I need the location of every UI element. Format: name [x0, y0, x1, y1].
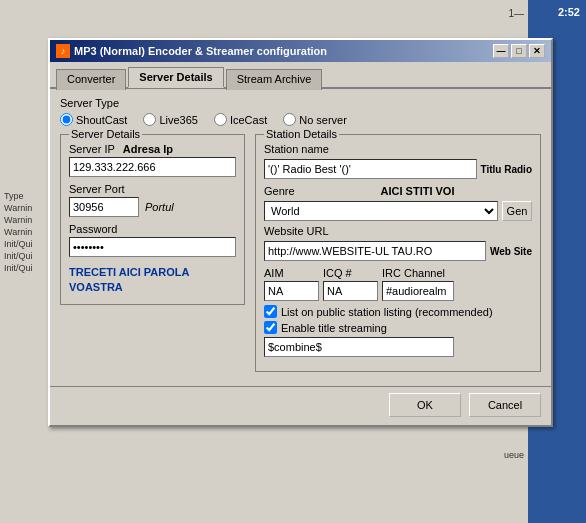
- type-label: Type: [2, 190, 35, 202]
- password-hint-line1: TRECETI AICI PAROLA: [69, 265, 236, 280]
- aim-input[interactable]: [264, 281, 319, 301]
- radio-no-server-label: No server: [299, 114, 347, 126]
- station-name-field: Station name Titlu Radio: [264, 143, 532, 179]
- password-hint-line2: VOASTRA: [69, 280, 236, 295]
- far-left-panel: Type Warnin Warnin Warnin Init/Qui Init/…: [2, 190, 35, 274]
- url-row: Web Site: [264, 241, 532, 261]
- titlu-radio-label: Titlu Radio: [481, 164, 532, 175]
- two-col-layout: Server Details Server IP Adresa Ip Serve…: [60, 134, 541, 378]
- password-label: Password: [69, 223, 236, 235]
- title-bar-buttons: — □ ✕: [493, 44, 545, 58]
- warning-label-2: Warnin: [2, 214, 35, 226]
- checkbox-public-listing: List on public station listing (recommen…: [264, 305, 532, 318]
- server-type-radio-group: ShoutCast Live365 IceCast No server: [60, 113, 541, 126]
- tab-stream-archive-label: Stream Archive: [237, 73, 312, 85]
- server-ip-label: Server IP: [69, 143, 115, 155]
- app-icon: ♪: [56, 44, 70, 58]
- checkbox-title-streaming-label: Enable title streaming: [281, 322, 387, 334]
- init-label-3: Init/Qui: [2, 262, 35, 274]
- server-ip-label-row: Server IP Adresa Ip: [69, 143, 236, 155]
- server-details-col: Server Details Server IP Adresa Ip Serve…: [60, 134, 245, 378]
- icq-col: ICQ #: [323, 267, 378, 301]
- server-port-input[interactable]: [69, 197, 139, 217]
- tab-server-details[interactable]: Server Details: [128, 67, 223, 88]
- website-url-field: Website URL Web Site: [264, 225, 532, 261]
- radio-shoutcast[interactable]: ShoutCast: [60, 113, 127, 126]
- server-ip-field: Server IP Adresa Ip: [69, 143, 236, 177]
- website-url-input[interactable]: [264, 241, 486, 261]
- init-label-1: Init/Qui: [2, 238, 35, 250]
- dialog-content: Server Type ShoutCast Live365 IceCast No…: [50, 89, 551, 386]
- radio-icecast[interactable]: IceCast: [214, 113, 267, 126]
- server-port-field: Server Port Portul: [69, 183, 236, 217]
- ok-button[interactable]: OK: [389, 393, 461, 417]
- aim-col: AIM: [264, 267, 319, 301]
- server-ip-input[interactable]: [69, 157, 236, 177]
- genre-label-row: Genre AICI STITI VOI: [264, 185, 532, 197]
- title-bar-text: ♪ MP3 (Normal) Encoder & Streamer config…: [56, 44, 327, 58]
- genre-here-label: AICI STITI VOI: [303, 185, 532, 197]
- minimize-button[interactable]: —: [493, 44, 509, 58]
- close-button[interactable]: ✕: [529, 44, 545, 58]
- server-port-label: Server Port: [69, 183, 236, 195]
- radio-no-server-input[interactable]: [283, 113, 296, 126]
- server-details-title: Server Details: [69, 128, 142, 140]
- station-details-title: Station Details: [264, 128, 339, 140]
- password-hint-text: TRECETI AICI PAROLA VOASTRA: [69, 265, 236, 296]
- radio-icecast-label: IceCast: [230, 114, 267, 126]
- maximize-button[interactable]: □: [511, 44, 527, 58]
- checkbox-title-streaming-input[interactable]: [264, 321, 277, 334]
- queue-text: ueue: [504, 450, 524, 460]
- website-url-label: Website URL: [264, 225, 532, 237]
- main-dialog: ♪ MP3 (Normal) Encoder & Streamer config…: [48, 38, 553, 427]
- station-name-label: Station name: [264, 143, 532, 155]
- radio-live365-input[interactable]: [143, 113, 156, 126]
- station-name-input[interactable]: [264, 159, 477, 179]
- radio-icecast-input[interactable]: [214, 113, 227, 126]
- genre-label: Genre: [264, 185, 299, 197]
- tab-server-details-label: Server Details: [139, 71, 212, 83]
- server-type-label: Server Type: [60, 97, 541, 109]
- portul-label: Portul: [145, 201, 174, 213]
- irc-col: IRC Channel: [382, 267, 454, 301]
- dialog-title: MP3 (Normal) Encoder & Streamer configur…: [74, 45, 327, 57]
- station-name-row: Titlu Radio: [264, 159, 532, 179]
- col-number: 1—: [508, 8, 524, 19]
- combine-input[interactable]: [264, 337, 454, 357]
- radio-live365-label: Live365: [159, 114, 198, 126]
- icq-label: ICQ #: [323, 267, 378, 279]
- station-details-col: Station Details Station name Titlu Radio…: [255, 134, 541, 378]
- genre-select[interactable]: World: [264, 201, 498, 221]
- radio-shoutcast-label: ShoutCast: [76, 114, 127, 126]
- tab-converter-label: Converter: [67, 73, 115, 85]
- tab-stream-archive[interactable]: Stream Archive: [226, 69, 323, 90]
- warning-label-3: Warnin: [2, 226, 35, 238]
- server-details-panel: Server Details Server IP Adresa Ip Serve…: [60, 134, 245, 305]
- irc-label: IRC Channel: [382, 267, 454, 279]
- aim-label: AIM: [264, 267, 319, 279]
- tab-converter[interactable]: Converter: [56, 69, 126, 90]
- radio-shoutcast-input[interactable]: [60, 113, 73, 126]
- server-port-row: Portul: [69, 197, 236, 217]
- password-field: Password: [69, 223, 236, 257]
- checkbox-public-listing-input[interactable]: [264, 305, 277, 318]
- aim-icq-irc-row: AIM ICQ # IRC Channel: [264, 267, 532, 301]
- gen-button[interactable]: Gen: [502, 201, 532, 221]
- title-bar: ♪ MP3 (Normal) Encoder & Streamer config…: [50, 40, 551, 62]
- time-display: 2:52: [554, 4, 584, 20]
- password-input[interactable]: [69, 237, 236, 257]
- checkbox-public-listing-label: List on public station listing (recommen…: [281, 306, 493, 318]
- irc-input[interactable]: [382, 281, 454, 301]
- genre-select-row: World Gen: [264, 201, 532, 221]
- station-details-panel: Station Details Station name Titlu Radio…: [255, 134, 541, 372]
- icq-input[interactable]: [323, 281, 378, 301]
- warning-label-1: Warnin: [2, 202, 35, 214]
- init-label-2: Init/Qui: [2, 250, 35, 262]
- cancel-button[interactable]: Cancel: [469, 393, 541, 417]
- dialog-button-row: OK Cancel: [50, 386, 551, 425]
- checkbox-title-streaming: Enable title streaming: [264, 321, 532, 334]
- server-type-section: Server Type ShoutCast Live365 IceCast No…: [60, 97, 541, 126]
- tab-bar: Converter Server Details Stream Archive: [50, 62, 551, 89]
- radio-live365[interactable]: Live365: [143, 113, 198, 126]
- radio-no-server[interactable]: No server: [283, 113, 347, 126]
